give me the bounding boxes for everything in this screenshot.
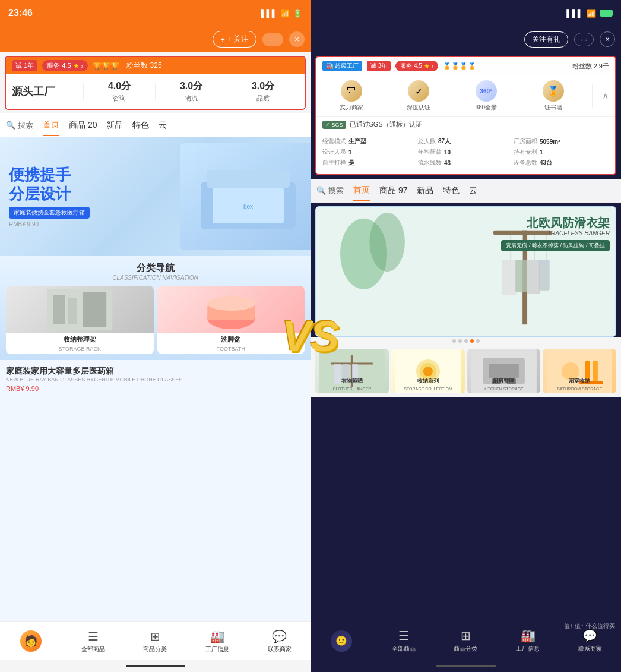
designers-label: 设计人员	[322, 148, 346, 156]
patents-label: 持有专利	[514, 148, 537, 156]
equipment-value: 43台	[540, 159, 552, 167]
cat-clothes-hanger[interactable]: 衣物晾晒 CLOTHES HANGER	[315, 349, 389, 393]
cert-item-wall[interactable]: 🏅 证书墙	[525, 80, 583, 112]
close-button-left[interactable]: ×	[289, 31, 305, 47]
bottom-nav-contact-left[interactable]: 💬 联系商家	[248, 629, 310, 654]
categories-icon-right: ⊞	[461, 629, 471, 643]
banner-image-left: box	[180, 143, 310, 250]
svg-point-33	[423, 367, 433, 376]
self-sample-label: 自主打样	[322, 159, 346, 167]
years-badge-right: 诚 3年	[367, 61, 391, 71]
tab-home-left[interactable]: 首页	[43, 115, 59, 136]
contact-icon-right: 💬	[582, 629, 597, 643]
search-tab-right[interactable]: 🔍 搜索	[316, 185, 344, 196]
shop-name-left: 源头工厂	[12, 84, 83, 99]
bottom-nav-categories-left[interactable]: ⊞ 商品分类	[124, 629, 186, 654]
tab-special-left[interactable]: 特色	[132, 115, 149, 135]
stat-patents: 持有专利 1	[514, 148, 609, 156]
cert-strength-label: 实力商家	[340, 103, 363, 112]
avatar-left: 🧑	[20, 630, 42, 652]
stat-equipment: 设备总数 43台	[514, 159, 609, 167]
nav-tabs-left: 🔍 搜索 首页 商品 20 新品 特色 云	[0, 113, 310, 137]
product-title-left: 家庭装家用大容量多层医药箱	[6, 366, 305, 377]
stat-total-staff: 总人数 87人	[418, 137, 514, 146]
contact-label-right: 联系商家	[578, 645, 602, 653]
stat-self-sample: 自主打样 是	[322, 159, 418, 167]
cat-kitchen[interactable]: 厨房整理 KITCHEN STORAGE	[467, 349, 541, 393]
fans-count-left: 粉丝数 325	[126, 61, 161, 71]
cat-item-rack[interactable]: 收纳整理架 STORAGE RACK	[6, 286, 154, 354]
tab-new-left[interactable]: 新品	[106, 115, 123, 135]
dot-indicators-right	[310, 337, 621, 345]
kitchen-label: 厨房整理	[467, 377, 541, 385]
logistics-score: 3.0分	[156, 80, 227, 93]
fans-count-right: 粉丝数 2.9千	[572, 62, 609, 71]
bottom-nav-categories-right[interactable]: ⊞ 商品分类	[435, 629, 497, 653]
close-button-right[interactable]: ×	[600, 31, 615, 47]
storage-label: 收纳系列	[391, 377, 465, 385]
stat-consult: 4.0分 咨询	[84, 80, 155, 103]
cert-item-360[interactable]: 360° 360全景	[457, 80, 515, 112]
search-tab-left[interactable]: 🔍 搜索	[6, 120, 33, 131]
cat-item-footbath[interactable]: 洗脚盆 FOOTBATH	[157, 286, 305, 354]
bottom-nav-factory-right[interactable]: 🏭 工厂信息	[497, 629, 559, 653]
tab-products-left[interactable]: 商品 20	[69, 115, 97, 135]
bottom-nav-all-products-left[interactable]: ☰ 全部商品	[62, 629, 125, 654]
factory-icon-right: 🏭	[521, 629, 536, 643]
cat-bathroom[interactable]: 浴室收纳 BATHROOM STORAGE	[543, 349, 616, 393]
kitchen-en: KITCHEN STORAGE	[467, 387, 541, 391]
years-badge-left: 诚 1年	[12, 60, 37, 71]
status-bar-left: 23:46 ▌▌▌ 📶 🔋	[0, 0, 310, 26]
bottom-nav-avatar-left[interactable]: 🧑	[0, 630, 62, 652]
designers-value: 1	[348, 149, 352, 156]
factory-label-right: 工厂信息	[516, 645, 540, 653]
battery-icon-right	[600, 10, 613, 17]
cat-img-rack	[6, 286, 154, 333]
service-badge-right: 服务 4.5 ★ ›	[395, 61, 438, 71]
cat-storage[interactable]: 收纳系列 STORAGE COLLECTION	[391, 349, 465, 393]
plus-icon: +	[220, 35, 225, 44]
more-button-left[interactable]: ···	[262, 33, 283, 46]
category-en-left: CLASSIFICATION NAVIGATION	[6, 275, 305, 281]
tab-cloud-left[interactable]: 云	[159, 115, 167, 135]
top-nav-left: + + 关注 ··· ×	[0, 26, 310, 52]
more-button-right[interactable]: ···	[574, 33, 594, 46]
quality-label: 品质	[227, 94, 299, 103]
tab-new-right[interactable]: 新品	[417, 181, 433, 201]
category-title-left: 分类导航	[6, 262, 305, 275]
bottom-nav-contact-right[interactable]: 💬 联系商家	[559, 629, 621, 653]
tab-special-right[interactable]: 特色	[443, 181, 460, 201]
contact-icon-left: 💬	[272, 629, 287, 643]
follow-button-right[interactable]: 关注有礼	[524, 31, 568, 48]
clothes-label: 衣物晾晒	[315, 377, 389, 385]
strength-icon: 🛡	[341, 80, 362, 102]
right-panel: ▌▌▌ 📶 关注有礼 ··· × 🏭 超级工厂 诚 3年 服务 4.5 ★ › …	[310, 0, 621, 672]
bottom-nav-avatar-right[interactable]: 🙂	[310, 630, 373, 652]
shop-info-top-left: 诚 1年 服务 4.5 ★ › 🏆🏆🏆 粉丝数 325	[6, 57, 305, 74]
home-bar-left	[126, 665, 185, 667]
shop-info-box-left: 诚 1年 服务 4.5 ★ › 🏆🏆🏆 粉丝数 325 源头工厂 4.0分 咨询…	[5, 56, 306, 110]
tab-home-right[interactable]: 首页	[353, 180, 370, 201]
stars-left: ★	[73, 62, 80, 70]
cert-360-label: 360全景	[475, 103, 497, 112]
tab-products-right[interactable]: 商品 97	[379, 181, 407, 201]
stat-quality: 3.0分 品质	[227, 80, 299, 103]
tab-cloud-right[interactable]: 云	[469, 181, 477, 201]
follow-button-left[interactable]: + + 关注	[213, 31, 256, 48]
factory-icon-left: 🏭	[210, 629, 225, 643]
bottom-nav-factory-left[interactable]: 🏭 工厂信息	[186, 629, 249, 654]
cat-en-rack: STORAGE RACK	[6, 346, 154, 354]
shop-info-top-right: 🏭 超级工厂 诚 3年 服务 4.5 ★ › 🏅🏅🏅🏅 粉丝数 2.9千	[316, 57, 615, 75]
arrow-icon-right: ›	[432, 63, 433, 70]
banner-price-left: RMB¥ 9.90	[9, 221, 90, 228]
total-staff-value: 87人	[438, 137, 451, 146]
expand-icon-right[interactable]: ∧	[602, 90, 609, 102]
cert-wall-icon: 🏅	[543, 80, 564, 102]
cert-item-strength[interactable]: 🛡 实力商家	[322, 80, 381, 112]
factory-stat-row-1: 经营模式 生产型 总人数 87人 厂房面积 5059m²	[322, 137, 609, 146]
bottom-nav-all-products-right[interactable]: ☰ 全部商品	[373, 629, 435, 653]
clothes-en: CLOTHES HANGER	[315, 387, 389, 391]
cert-item-deep[interactable]: ✓ 深度认证	[390, 80, 448, 112]
cert-360-icon: 360°	[476, 80, 497, 102]
cert-deep-label: 深度认证	[407, 103, 430, 112]
